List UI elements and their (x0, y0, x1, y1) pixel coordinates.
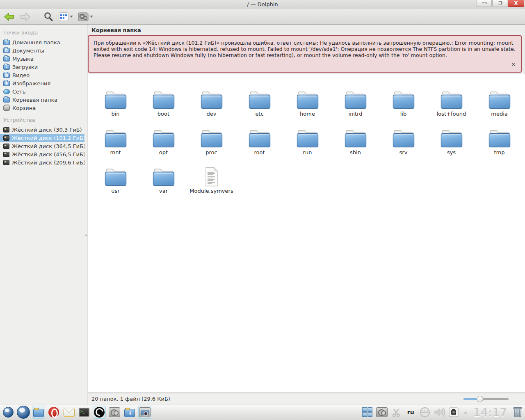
sidebar-device-item[interactable]: Жёсткий диск (364,5 ГиБ) (0, 142, 84, 150)
device-notifier-button[interactable] (448, 406, 459, 418)
sidebar-item-pictures-folder[interactable]: ◉ Изображения (0, 79, 84, 87)
file-item-label: dev (207, 111, 217, 117)
sidebar-item-music-folder[interactable]: ♪ Музыка (0, 55, 84, 63)
folder-initrd[interactable]: initrd (331, 78, 379, 117)
back-arrow-icon (3, 12, 15, 22)
gear-icon (78, 12, 89, 22)
folder-home[interactable]: home (283, 78, 331, 117)
taskbar-menu-orb-large-icon[interactable] (17, 406, 30, 419)
folder-boot[interactable]: boot (139, 78, 187, 117)
sidebar-device-item[interactable]: Жёсткий диск (209,6 ГиБ) (0, 158, 84, 167)
file-item-label: sbin (350, 149, 361, 155)
zoom-slider[interactable] (463, 398, 509, 400)
taskbar-terminal-icon[interactable]: >_ (78, 406, 91, 419)
pager-button[interactable] (362, 406, 373, 418)
folder-lost+found[interactable]: lost+found (427, 78, 475, 117)
folder-etc[interactable]: etc (235, 78, 283, 117)
file-item-label: mnt (110, 149, 121, 155)
maximize-button[interactable] (492, 0, 507, 7)
taskbar-control-center-icon[interactable] (108, 406, 121, 419)
taskbar-mail-icon[interactable] (62, 406, 75, 419)
sidebar-item-home-folder[interactable]: ⌂ Домашняя папка (0, 38, 84, 46)
file-item-label: srv (399, 149, 408, 155)
folder-usr[interactable]: usr (91, 155, 139, 194)
folder-icon (103, 167, 128, 187)
hard-disk-icon (3, 144, 9, 149)
file-item-label: run (303, 149, 312, 155)
taskbar-opera-icon[interactable] (47, 406, 60, 419)
place-label: Корзина (12, 105, 36, 111)
folder-icon (439, 89, 464, 110)
chevron-down-icon (70, 16, 73, 18)
folder-view[interactable]: bin boot (88, 74, 525, 393)
titlebar[interactable]: / — Dolphin X (0, 0, 525, 9)
sidebar-item-video-folder[interactable]: ▦ Видео (0, 71, 84, 79)
folder-bin[interactable]: bin (91, 78, 139, 117)
folder-proc[interactable]: proc (187, 117, 235, 155)
folder-lib[interactable]: lib (379, 78, 427, 117)
trash-button[interactable] (512, 406, 523, 418)
close-icon[interactable]: × (511, 62, 516, 68)
folder-media[interactable]: media (475, 78, 523, 117)
app-icon (94, 407, 105, 418)
usb-device-button[interactable] (419, 406, 431, 418)
back-button[interactable] (2, 10, 16, 23)
folder-sys[interactable]: sys (427, 117, 475, 155)
clipboard-button[interactable] (390, 406, 402, 418)
view-mode-button[interactable] (58, 10, 74, 23)
taskbar-downloads-icon[interactable] (123, 406, 136, 419)
folder-icon (199, 89, 224, 110)
search-button[interactable] (42, 10, 55, 23)
place-icon (3, 89, 10, 94)
file-item-label: proc (205, 149, 217, 155)
panel-clock[interactable]: 14:17 (473, 406, 507, 419)
tray-expander-button[interactable] (462, 406, 469, 418)
folder-root[interactable]: root (235, 117, 283, 155)
sidebar-device-item[interactable]: Жёсткий диск (456,5 ГиБ) (0, 150, 84, 158)
sidebar-device-item[interactable]: Жёсткий диск (101,2 ГиБ) (0, 134, 84, 142)
device-label: Жёсткий диск (30,3 ГиБ) (12, 127, 82, 133)
folder-icon (103, 128, 128, 148)
keyboard-layout-indicator[interactable]: ru (405, 406, 416, 418)
taskbar-browser-dark-icon[interactable] (93, 406, 106, 419)
close-button[interactable]: X (508, 0, 524, 7)
folder-var[interactable]: var (139, 155, 187, 194)
text-file-icon (203, 167, 220, 187)
places-list: ⌂ Домашняя папка ▤ Документы ♪ Музыка ↓ … (0, 38, 84, 112)
taskbar-archive-manager-icon[interactable] (138, 406, 151, 419)
file-Module.symvers[interactable]: Module.symvers (187, 155, 235, 194)
sidebar-item-trash[interactable]: Корзина (0, 104, 84, 112)
status-summary: 20 папок. 1 файл (29,6 КиБ) (91, 396, 170, 402)
app-icon (48, 407, 59, 418)
panel-splitter[interactable]: ≡ (84, 25, 87, 404)
file-item-label: Module.symvers (189, 188, 233, 194)
minimize-button[interactable] (477, 0, 492, 7)
place-icon: ⌂ (3, 40, 10, 45)
taskbar-menu-orb-small-icon[interactable] (2, 406, 15, 419)
folder-icon (247, 89, 272, 110)
sidebar-item-downloads-folder[interactable]: ↓ Загрузки (0, 63, 84, 71)
folder-run[interactable]: run (283, 117, 331, 155)
taskbar-file-manager-icon[interactable] (32, 406, 45, 419)
settings-tray-button[interactable] (376, 406, 388, 418)
volume-button[interactable] (434, 406, 445, 418)
zoom-slider-knob[interactable] (477, 396, 483, 402)
sidebar-item-network[interactable]: Сеть (0, 87, 84, 96)
file-item-label: opt (159, 149, 168, 155)
folder-srv[interactable]: srv (379, 117, 427, 155)
folder-dev[interactable]: dev (187, 78, 235, 117)
trash-icon (513, 407, 522, 418)
app-icon: >_ (79, 408, 89, 417)
folder-mnt[interactable]: mnt (91, 117, 139, 155)
folder-sbin[interactable]: sbin (331, 117, 379, 155)
sidebar-item-documents-folder[interactable]: ▤ Документы (0, 46, 84, 55)
folder-icon (391, 128, 416, 148)
folder-tmp[interactable]: tmp (475, 117, 523, 155)
forward-button[interactable] (19, 10, 32, 23)
sidebar-device-item[interactable]: Жёсткий диск (30,3 ГиБ) (0, 126, 84, 134)
tools-button[interactable] (77, 10, 94, 23)
sidebar-item-root-folder[interactable]: Корневая папка (0, 96, 84, 104)
window-title: / — Dolphin (0, 1, 525, 7)
folder-opt[interactable]: opt (139, 117, 187, 155)
chevron-down-icon (90, 16, 93, 18)
